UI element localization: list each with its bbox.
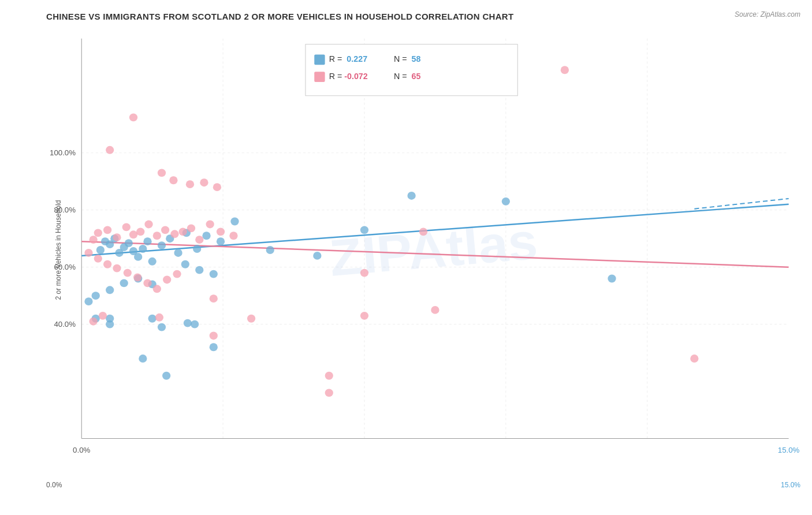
- svg-point-42: [148, 258, 157, 266]
- svg-rect-23: [314, 72, 325, 82]
- svg-text:0.0%: 0.0%: [73, 446, 91, 455]
- svg-point-80: [122, 223, 131, 231]
- svg-point-105: [155, 314, 163, 322]
- svg-point-74: [139, 354, 147, 363]
- svg-point-43: [158, 241, 166, 249]
- scatter-chart: .grid-line { stroke: #ddd; stroke-width:…: [46, 27, 800, 473]
- svg-text:-0.072: -0.072: [344, 72, 368, 81]
- svg-point-98: [133, 274, 141, 282]
- svg-point-112: [200, 178, 208, 186]
- svg-text:R =: R =: [329, 72, 342, 81]
- svg-point-83: [144, 221, 152, 229]
- svg-point-97: [124, 269, 132, 277]
- svg-point-114: [561, 66, 569, 74]
- svg-point-56: [120, 279, 128, 287]
- svg-point-87: [179, 227, 187, 236]
- svg-text:15.0%: 15.0%: [778, 446, 800, 455]
- svg-point-68: [266, 246, 274, 254]
- svg-point-50: [230, 218, 239, 226]
- svg-point-40: [139, 245, 147, 253]
- svg-point-70: [106, 320, 114, 329]
- svg-point-49: [217, 237, 225, 245]
- svg-point-99: [143, 279, 151, 287]
- svg-point-39: [134, 253, 142, 261]
- svg-point-73: [210, 343, 218, 351]
- svg-point-78: [103, 226, 111, 234]
- svg-point-102: [173, 270, 181, 278]
- svg-point-63: [191, 320, 199, 329]
- svg-point-48: [202, 232, 210, 240]
- svg-point-93: [84, 249, 92, 257]
- svg-point-113: [213, 183, 221, 191]
- svg-text:40.0%: 40.0%: [54, 320, 76, 329]
- svg-point-100: [153, 285, 161, 293]
- svg-point-94: [94, 255, 102, 263]
- svg-point-71: [158, 323, 166, 331]
- svg-point-57: [106, 286, 114, 294]
- svg-point-85: [161, 226, 169, 234]
- svg-text:N =: N =: [394, 72, 407, 81]
- svg-point-31: [96, 246, 105, 254]
- svg-point-76: [89, 236, 97, 244]
- svg-text:65: 65: [412, 72, 421, 81]
- svg-point-89: [195, 236, 203, 244]
- svg-point-45: [174, 249, 182, 257]
- svg-point-103: [89, 318, 97, 326]
- svg-point-95: [103, 260, 111, 268]
- svg-rect-18: [314, 55, 325, 65]
- svg-point-81: [129, 230, 137, 238]
- svg-point-69: [313, 252, 321, 260]
- chart-area: 2 or more Vehicles in Household .grid-li…: [46, 27, 800, 473]
- svg-point-109: [158, 169, 166, 177]
- svg-point-88: [187, 224, 195, 232]
- svg-text:100.0%: 100.0%: [50, 148, 76, 157]
- svg-point-75: [162, 372, 170, 380]
- svg-point-116: [419, 227, 427, 236]
- svg-text:0.227: 0.227: [347, 55, 367, 64]
- svg-point-96: [113, 264, 121, 273]
- svg-point-37: [125, 239, 133, 247]
- svg-point-107: [129, 113, 137, 121]
- svg-point-108: [106, 146, 114, 154]
- svg-rect-17: [306, 44, 517, 96]
- svg-point-101: [163, 276, 171, 284]
- svg-text:58: 58: [412, 55, 421, 64]
- svg-point-91: [217, 227, 225, 236]
- svg-point-64: [360, 226, 368, 234]
- svg-point-47: [193, 245, 201, 253]
- svg-point-82: [136, 227, 144, 236]
- svg-text:ZIPAtlas: ZIPAtlas: [327, 212, 540, 287]
- svg-point-52: [195, 266, 203, 274]
- source-label: Source: ZipAtlas.com: [735, 10, 800, 18]
- svg-point-122: [247, 315, 255, 323]
- x-axis-max: 15.0%: [781, 481, 800, 489]
- svg-point-72: [184, 319, 192, 327]
- svg-point-58: [92, 292, 100, 300]
- svg-point-65: [407, 192, 415, 200]
- y-axis-label: 2 or more Vehicles in Household: [54, 200, 62, 300]
- chart-title: CHINESE VS IMMIGRANTS FROM SCOTLAND 2 OR…: [46, 12, 800, 21]
- svg-point-92: [229, 232, 237, 240]
- svg-point-106: [210, 332, 218, 340]
- svg-text:N =: N =: [394, 55, 407, 64]
- svg-point-90: [206, 221, 214, 229]
- svg-point-79: [113, 233, 121, 241]
- svg-point-118: [431, 306, 439, 314]
- svg-point-51: [181, 260, 189, 268]
- svg-point-104: [99, 312, 107, 320]
- svg-point-66: [502, 197, 510, 206]
- svg-point-111: [186, 180, 194, 188]
- chart-container: CHINESE VS IMMIGRANTS FROM SCOTLAND 2 OR…: [0, 0, 812, 515]
- svg-point-121: [325, 389, 333, 397]
- svg-text:R =: R =: [329, 55, 342, 64]
- svg-point-41: [143, 237, 151, 245]
- svg-point-53: [210, 270, 218, 278]
- svg-point-84: [153, 232, 161, 240]
- svg-point-62: [148, 315, 157, 323]
- svg-point-120: [325, 372, 333, 380]
- svg-point-59: [84, 297, 92, 305]
- svg-point-123: [690, 354, 698, 363]
- x-axis-min: 0.0%: [46, 481, 62, 489]
- svg-point-115: [360, 269, 368, 277]
- svg-point-67: [608, 275, 616, 283]
